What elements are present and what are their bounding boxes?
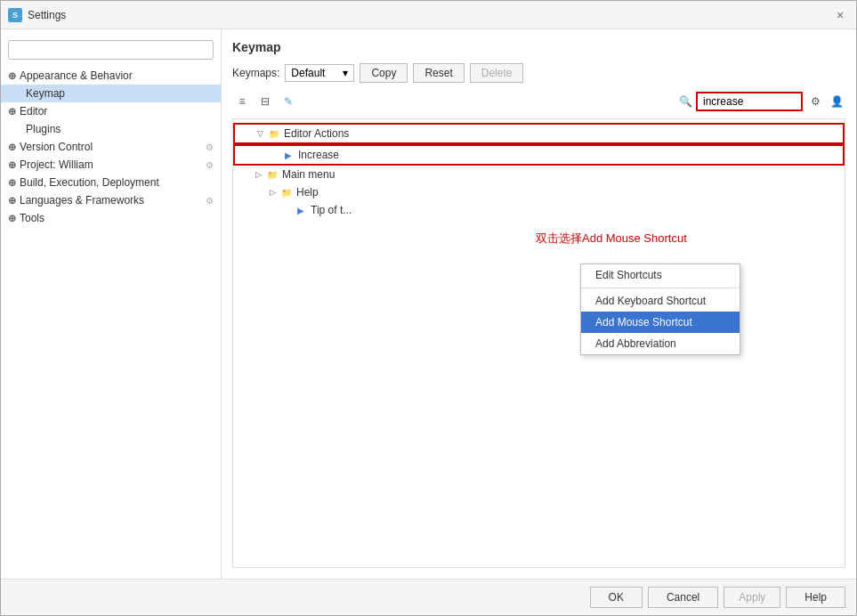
search-right: 🔍 ⚙ 👤 — [679, 92, 845, 111]
expand-icon: ⊕ — [8, 195, 16, 207]
sidebar-item-editor[interactable]: ⊕ Editor — [1, 102, 221, 120]
expand-icon: ⊕ — [8, 159, 16, 171]
app-icon: S — [8, 8, 22, 22]
tree-node-tip[interactable]: ▶ Tip of t... — [233, 201, 845, 219]
sidebar-item-label: Appearance & Behavior — [20, 69, 133, 82]
expand-icon: ⊕ — [8, 70, 16, 82]
expand-icon: ▽ — [253, 129, 267, 138]
settings-window: S Settings × ⊕ Appearance & Behavior Key… — [0, 0, 857, 616]
settings-icon[interactable]: ⚙ — [806, 93, 824, 110]
node-label: Main menu — [282, 168, 335, 181]
sidebar-item-tools[interactable]: ⊕ Tools — [1, 209, 221, 227]
sidebar-item-keymap[interactable]: Keymap — [1, 85, 221, 102]
expand-icon: ▷ — [265, 188, 279, 197]
toolbar-row: ≡ ⊟ ✎ 🔍 ⚙ 👤 — [232, 92, 845, 111]
reset-button[interactable]: Reset — [413, 63, 464, 83]
context-menu-item-add-keyboard[interactable]: Add Keyboard Shortcut — [581, 290, 740, 312]
vc-icon: ⚙ — [206, 142, 214, 152]
node-label: Increase — [298, 149, 339, 161]
bottom-bar: OK Cancel Apply Help — [1, 579, 856, 615]
tree-node-main-menu[interactable]: ▷ 📁 Main menu — [233, 166, 845, 183]
keymaps-label: Keymaps: — [232, 67, 279, 79]
sidebar-item-label: Keymap — [26, 87, 65, 100]
node-label: Help — [296, 186, 319, 199]
search-right-icon: 🔍 — [679, 95, 692, 108]
node-label: Editor Actions — [284, 127, 349, 140]
lang-icon: ⚙ — [206, 196, 214, 206]
sidebar-item-label: Version Control — [20, 141, 93, 153]
chevron-down-icon: ▾ — [343, 67, 348, 79]
sidebar-item-label: Plugins — [26, 123, 61, 135]
apply-button[interactable]: Apply — [724, 587, 780, 608]
tree-node-editor-actions[interactable]: ▽ 📁 Editor Actions — [233, 123, 845, 144]
annotation-text: 双击选择Add Mouse Shortcut — [536, 231, 687, 247]
cancel-button[interactable]: Cancel — [648, 587, 718, 608]
close-button[interactable]: × — [831, 6, 849, 24]
delete-button[interactable]: Delete — [470, 63, 524, 83]
context-menu-item-add-mouse[interactable]: Add Mouse Shortcut — [581, 312, 740, 333]
tree-node-increase[interactable]: ▶ Increase — [233, 144, 845, 166]
expand-all-icon[interactable]: ≡ — [232, 92, 252, 111]
main-content: ⊕ Appearance & Behavior Keymap ⊕ Editor … — [1, 29, 856, 579]
sidebar-item-build[interactable]: ⊕ Build, Execution, Deployment — [1, 174, 221, 191]
sidebar-item-languages[interactable]: ⊕ Languages & Frameworks ⚙ — [1, 191, 221, 209]
expand-icon: ▷ — [251, 170, 265, 179]
expand-icon: ⊕ — [8, 142, 16, 153]
folder-icon: 📁 — [267, 126, 281, 141]
panel-title: Keymap — [232, 40, 845, 54]
node-label: Tip of t... — [311, 204, 352, 216]
search-right-input[interactable] — [696, 92, 803, 111]
right-panel: Keymap Keymaps: Default ▾ Copy Reset Del… — [222, 29, 856, 579]
keymaps-row: Keymaps: Default ▾ Copy Reset Delete — [232, 63, 845, 83]
context-menu: Edit Shortcuts Add Keyboard Shortcut Add… — [580, 263, 740, 355]
keymaps-value: Default — [291, 67, 325, 79]
context-menu-item-add-abbreviation[interactable]: Add Abbreviation — [581, 333, 740, 354]
sidebar-item-label: Languages & Frameworks — [20, 194, 144, 207]
expand-icon: ⊕ — [8, 106, 16, 118]
copy-button[interactable]: Copy — [360, 63, 408, 83]
window-title: Settings — [28, 9, 66, 21]
help-button[interactable]: Help — [786, 587, 845, 608]
folder-icon: 📁 — [279, 185, 294, 199]
sidebar-item-label: Editor — [20, 105, 47, 118]
sidebar-item-project[interactable]: ⊕ Project: William ⚙ — [1, 156, 221, 174]
sidebar: ⊕ Appearance & Behavior Keymap ⊕ Editor … — [1, 29, 222, 579]
sidebar-item-appearance[interactable]: ⊕ Appearance & Behavior — [1, 67, 221, 85]
sidebar-item-version-control[interactable]: ⊕ Version Control ⚙ — [1, 138, 221, 156]
title-bar: S Settings × — [1, 1, 856, 29]
sidebar-item-plugins[interactable]: Plugins — [1, 120, 221, 138]
action-icon: ▶ — [281, 148, 295, 162]
sidebar-search-input[interactable] — [8, 40, 214, 60]
ok-button[interactable]: OK — [590, 587, 643, 608]
collapse-all-icon[interactable]: ⊟ — [255, 92, 275, 111]
edit-icon[interactable]: ✎ — [279, 92, 298, 111]
tree-node-help[interactable]: ▷ 📁 Help — [233, 183, 845, 201]
action-icon: ▶ — [294, 203, 308, 217]
sidebar-item-label: Tools — [20, 212, 44, 224]
sidebar-item-label: Project: William — [20, 158, 93, 171]
sidebar-item-label: Build, Execution, Deployment — [20, 176, 159, 189]
tree-area: 双击选择Add Mouse Shortcut ▽ 📁 Editor Action… — [232, 118, 845, 568]
expand-icon: ⊕ — [8, 177, 16, 189]
keymaps-dropdown[interactable]: Default ▾ — [285, 64, 354, 82]
user-icon[interactable]: 👤 — [828, 93, 845, 110]
folder-icon: 📁 — [265, 167, 279, 182]
context-menu-item-edit-shortcuts[interactable]: Edit Shortcuts — [581, 264, 740, 286]
divider — [581, 288, 740, 288]
expand-icon: ⊕ — [8, 213, 16, 224]
project-icon: ⚙ — [206, 160, 214, 170]
title-bar-left: S Settings — [8, 8, 66, 22]
